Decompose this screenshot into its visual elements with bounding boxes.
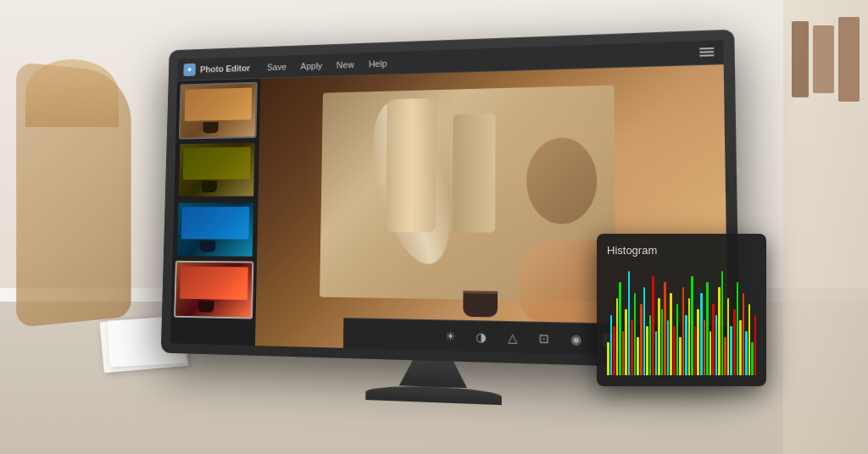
thumb-machine-1	[185, 87, 253, 120]
thumb-inner-1	[181, 84, 256, 138]
histogram-bar	[622, 331, 625, 375]
histogram-bar	[670, 293, 672, 376]
histogram-bar	[613, 326, 615, 376]
menu-help[interactable]: Help	[362, 55, 393, 71]
histogram-title: Histogram	[607, 244, 756, 257]
thumbnail-1[interactable]	[179, 82, 258, 140]
histogram-bar	[616, 298, 619, 375]
thumb-cup-3	[200, 241, 215, 252]
histogram-bar	[700, 293, 703, 376]
crop-tool[interactable]: ⊡	[535, 329, 553, 346]
histogram-bar	[745, 331, 748, 375]
histogram-bar	[655, 331, 658, 375]
histogram-bar	[646, 326, 648, 376]
histogram-bar	[652, 276, 654, 375]
thumb-machine-3	[181, 207, 249, 239]
thumb-inner-3	[177, 202, 253, 257]
histogram-bar	[637, 337, 639, 376]
histogram-bar	[643, 287, 646, 375]
app-icon-symbol: ✦	[186, 65, 192, 73]
histogram-bar	[704, 320, 706, 375]
histogram-bar	[673, 326, 676, 376]
histogram-chart	[607, 265, 756, 375]
brightness-tool[interactable]: ☀	[442, 327, 459, 345]
histogram-bar	[682, 287, 685, 375]
thumb-inner-2	[179, 143, 255, 197]
histogram-bar	[706, 282, 709, 376]
histogram-bar	[658, 298, 660, 375]
machine-column-2	[453, 114, 496, 233]
histogram-bar	[619, 282, 621, 376]
histogram-bar	[679, 337, 682, 376]
thumbnail-panel	[170, 79, 261, 346]
histogram-bar	[730, 326, 732, 376]
machine-knob	[526, 137, 597, 224]
menu-line-1	[699, 47, 714, 50]
histogram-bar	[724, 337, 726, 376]
preview-tool[interactable]: ◉	[567, 329, 585, 347]
histogram-bar	[737, 282, 739, 376]
shelf-item-3	[792, 21, 809, 97]
histogram-bar	[688, 298, 691, 375]
histogram-bar	[733, 309, 736, 375]
histogram-bar	[697, 309, 699, 375]
histogram-panel: Histogram	[597, 234, 766, 386]
monitor-stand	[399, 360, 467, 388]
histogram-bar	[712, 304, 715, 376]
menu-line-2	[699, 51, 714, 53]
menu-save[interactable]: Save	[261, 58, 293, 74]
histogram-bar	[685, 315, 687, 376]
thumb-cup-2	[202, 181, 217, 192]
contrast-tool[interactable]: ◑	[472, 328, 489, 346]
histogram-bar	[676, 304, 679, 376]
histogram-bar	[667, 320, 670, 375]
histogram-bar	[664, 282, 666, 376]
histogram-bar	[754, 315, 757, 376]
histogram-bar	[691, 276, 693, 375]
shelf-item-1	[838, 17, 860, 102]
histogram-bar	[640, 304, 643, 376]
histogram-bar	[739, 320, 742, 375]
monitor-base	[365, 385, 502, 405]
histogram-bar	[607, 342, 609, 375]
histogram-bar	[694, 326, 697, 376]
thumb-cup-1	[203, 122, 218, 133]
thumbnail-4[interactable]	[174, 261, 253, 319]
thumb-inner-4	[175, 263, 252, 318]
histogram-bar	[625, 309, 627, 375]
coffee-cup	[463, 291, 498, 317]
histogram-bar	[721, 271, 724, 376]
thumbnail-2[interactable]	[177, 141, 256, 198]
histogram-bar	[661, 309, 664, 375]
histogram-bar	[631, 320, 633, 375]
thumb-machine-4	[180, 266, 248, 300]
histogram-bar	[718, 287, 721, 375]
histogram-bar	[715, 315, 718, 376]
histogram-bar	[748, 304, 751, 376]
app-icon: ✦	[183, 63, 195, 75]
histogram-bar	[628, 271, 631, 376]
thumbnail-3[interactable]	[175, 201, 255, 257]
histogram-bar	[751, 342, 754, 375]
histogram-bar	[649, 315, 652, 376]
menu-line-3	[699, 54, 715, 57]
menu-new[interactable]: New	[330, 57, 360, 72]
thumb-machine-2	[183, 147, 251, 180]
histogram-bar	[743, 293, 745, 376]
corner-menu-button[interactable]	[699, 47, 715, 57]
histogram-bar	[634, 293, 637, 376]
app-title: Photo Editor	[200, 63, 250, 74]
thumb-cup-4	[198, 301, 214, 313]
shelf-item-2	[813, 25, 834, 93]
menu-apply[interactable]: Apply	[294, 58, 329, 73]
chair-back	[25, 59, 119, 127]
exposure-tool[interactable]: △	[504, 329, 521, 346]
histogram-bar	[709, 331, 712, 375]
histogram-bar	[610, 315, 613, 376]
machine-column-1	[386, 98, 437, 233]
histogram-bar	[727, 298, 730, 375]
